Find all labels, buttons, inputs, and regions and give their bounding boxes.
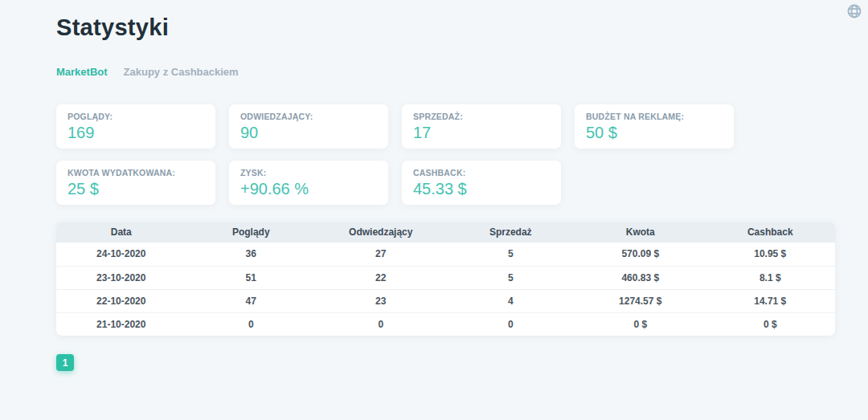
page-title: Statystyki [56, 14, 835, 41]
globe-icon[interactable] [846, 3, 862, 19]
stat-value: +90.66 % [240, 180, 377, 198]
table-row: 23-10-2020 51 22 5 460.83 $ 8.1 $ [56, 266, 835, 289]
stat-card-poglady: POGLĄDY: 169 [56, 104, 215, 149]
stat-label: ZYSK: [240, 168, 377, 177]
column-header-kwota: Kwota [575, 222, 706, 243]
statistics-table-card: Data Poglądy Odwiedzający Sprzedaż Kwota… [56, 222, 835, 336]
cell-views: 36 [186, 243, 317, 266]
cell-cashback: 8.1 $ [706, 266, 836, 289]
column-header-data: Data [56, 222, 186, 243]
stat-label: POGLĄDY: [68, 112, 204, 121]
tab-zakupy-z-cashbackiem[interactable]: Zakupy z Cashbackiem [124, 66, 239, 78]
stat-card-sprzedaz: SPRZEDAŻ: 17 [402, 104, 561, 149]
table-row: 22-10-2020 47 23 4 1274.57 $ 14.71 $ [56, 289, 835, 312]
pagination: 1 [56, 354, 835, 371]
tab-marketbot[interactable]: MarketBot [56, 66, 108, 78]
stat-label: KWOTA WYDATKOWANA: [68, 168, 204, 177]
cell-cashback: 14.71 $ [706, 289, 836, 312]
cell-date: 21-10-2020 [56, 312, 186, 336]
cell-sales: 4 [446, 289, 576, 312]
stat-cards-grid: POGLĄDY: 169 ODWIEDZAJĄCY: 90 SPRZEDAŻ: … [56, 104, 835, 205]
column-header-odwiedzajacy: Odwiedzający [316, 222, 446, 243]
cell-sales: 5 [446, 266, 576, 289]
cell-sales: 5 [446, 243, 576, 266]
stat-label: BUDŻET NA REKLAMĘ: [586, 112, 723, 121]
table-row: 24-10-2020 36 27 5 570.09 $ 10.95 $ [56, 243, 835, 266]
stat-card-cashback: CASHBACK: 45.33 $ [402, 161, 561, 205]
tab-bar: MarketBot Zakupy z Cashbackiem [56, 66, 835, 78]
stat-card-odwiedzajacy: ODWIEDZAJĄCY: 90 [229, 104, 388, 149]
cell-visitors: 27 [316, 243, 446, 266]
cell-visitors: 0 [316, 312, 446, 336]
table-header-row: Data Poglądy Odwiedzający Sprzedaż Kwota… [56, 222, 835, 243]
stat-value: 45.33 $ [413, 180, 550, 198]
column-header-sprzedaz: Sprzedaż [446, 222, 576, 243]
stat-value: 17 [413, 124, 550, 142]
stat-card-kwota-wydatkowana: KWOTA WYDATKOWANA: 25 $ [56, 161, 215, 205]
stat-value: 25 $ [68, 180, 204, 198]
table-row: 21-10-2020 0 0 0 0 $ 0 $ [56, 312, 835, 336]
stat-card-budzet-na-reklame: BUDŻET NA REKLAMĘ: 50 $ [575, 104, 734, 149]
stat-value: 169 [68, 124, 204, 142]
statistics-table: Data Poglądy Odwiedzający Sprzedaż Kwota… [56, 222, 835, 336]
cell-amount: 570.09 $ [575, 243, 706, 266]
main-content: Statystyki MarketBot Zakupy z Cashbackie… [0, 0, 868, 371]
stat-label: SPRZEDAŻ: [413, 112, 550, 121]
column-header-poglady: Poglądy [186, 222, 317, 243]
page-1-button[interactable]: 1 [56, 354, 74, 371]
cell-sales: 0 [446, 312, 576, 336]
cell-amount: 0 $ [575, 312, 706, 336]
cell-date: 24-10-2020 [56, 243, 186, 266]
cell-visitors: 23 [316, 289, 446, 312]
cell-views: 0 [186, 312, 317, 336]
cell-views: 47 [186, 289, 317, 312]
cell-date: 23-10-2020 [56, 266, 186, 289]
stat-card-zysk: ZYSK: +90.66 % [229, 161, 388, 205]
cell-amount: 1274.57 $ [575, 289, 706, 312]
cell-visitors: 22 [316, 266, 446, 289]
cell-cashback: 10.95 $ [706, 243, 836, 266]
stat-value: 90 [240, 124, 377, 142]
stat-value: 50 $ [586, 124, 723, 142]
stat-label: CASHBACK: [413, 168, 550, 177]
stat-label: ODWIEDZAJĄCY: [240, 112, 377, 121]
cell-cashback: 0 $ [706, 312, 836, 336]
cell-date: 22-10-2020 [56, 289, 186, 312]
column-header-cashback: Cashback [706, 222, 836, 243]
cell-views: 51 [186, 266, 317, 289]
cell-amount: 460.83 $ [575, 266, 706, 289]
